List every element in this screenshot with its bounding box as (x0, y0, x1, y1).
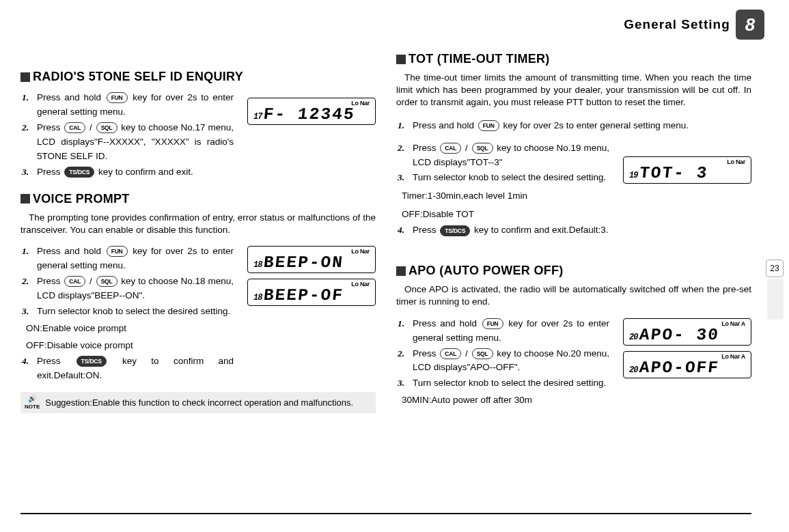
step-item: 3.Press TS/DCS key to confirm and exit. (37, 165, 234, 180)
step-item: 2.Press CAL / SQL key to choose No.18 me… (37, 275, 234, 303)
lcd-display: Lo Nar A 20APO- 30 (623, 318, 751, 346)
note-icon: 🔊NOTE (25, 395, 40, 410)
step-item: 2.Press CAL / SQL key to choose No.17 me… (37, 121, 234, 164)
fun-key-icon: FUN (478, 120, 499, 131)
fun-key-icon: FUN (107, 246, 128, 257)
page-number-side: 23 (766, 260, 784, 277)
right-column: TOT (TIME-OUT TIMER) The time-out timer … (396, 14, 751, 525)
square-bullet-icon (20, 72, 30, 82)
option-timer: Timer:1-30min,each level 1min (402, 191, 609, 201)
fun-key-icon: FUN (482, 318, 503, 329)
step-item: 3.Turn selector knob to select the desir… (413, 171, 609, 185)
intro-apo: Once APO is activated, the radio will be… (396, 283, 751, 308)
header: General Setting 8 (626, 10, 764, 40)
intro-voice: The prompting tone provides confirmation… (20, 212, 376, 236)
cal-key-icon: CAL (440, 143, 461, 154)
step-item: 3.Turn selector knob to select the desir… (37, 305, 234, 319)
lcd-display: Lo Nar 18BEEP-OF (247, 279, 376, 306)
square-bullet-icon (396, 55, 406, 64)
chapter-number: 8 (736, 10, 764, 40)
tsdcs-key-icon: TS/DCS (64, 167, 94, 178)
tsdcs-key-icon: TS/DCS (440, 225, 470, 236)
sql-key-icon: SQL (96, 276, 117, 287)
steps-tot-3: 4.Press TS/DCS key to confirm and exit.D… (413, 222, 751, 239)
step-item: 1.Press and hold FUN key for over 2s to … (37, 91, 234, 120)
intro-tot: The time-out timer limits the amount of … (396, 72, 751, 109)
steps-voice: 1.Press and hold FUN key for over 2s to … (37, 244, 234, 319)
cal-key-icon: CAL (64, 122, 85, 133)
lcd-display: Lo Nar A 20APO-OFF (623, 351, 751, 378)
steps-tot-2: 2.Press CAL / SQL key to choose No.19 me… (413, 141, 609, 186)
step-item: 4.Press TS/DCS key to confirm and exit.D… (37, 354, 234, 383)
steps-voice-2: 4.Press TS/DCS key to confirm and exit.D… (37, 354, 234, 383)
sql-key-icon: SQL (472, 143, 493, 154)
section-title-voice: VOICE PROMPT (20, 192, 376, 206)
sql-key-icon: SQL (96, 122, 117, 133)
square-bullet-icon (396, 266, 406, 276)
note-box: 🔊NOTE Suggestion:Enable this function to… (20, 392, 376, 413)
step-item: 2.Press CAL / SQL key to choose No.19 me… (413, 141, 609, 170)
fun-key-icon: FUN (107, 92, 128, 103)
sql-key-icon: SQL (472, 348, 493, 359)
steps-5tone: 1.Press and hold FUN key for over 2s to … (37, 91, 234, 180)
option-off: OFF:Disable voice prompt (26, 340, 234, 350)
cal-key-icon: CAL (64, 276, 85, 287)
option-on: ON:Enable voice prompt (26, 323, 234, 333)
section-title-tot: TOT (TIME-OUT TIMER) (396, 52, 751, 66)
left-column: RADIO'S 5TONE SELF ID ENQUIRY 1.Press an… (20, 14, 376, 525)
lcd-display: Lo Nar 18BEEP-ON (247, 246, 376, 273)
footer-rule (20, 513, 751, 514)
option-30min: 30MIN:Auto power off after 30m (402, 395, 609, 405)
note-text: Suggestion:Enable this function to check… (45, 397, 353, 408)
step-item: 1.Press and hold FUN key for over 2s to … (37, 244, 234, 273)
steps-apo: 1.Press and hold FUN key for over 2s to … (413, 317, 609, 391)
step-item: 1.Press and hold FUN key for over 2s to … (413, 317, 609, 346)
step-item: 3.Turn selector knob to select the desir… (413, 376, 609, 391)
tsdcs-key-icon: TS/DCS (77, 356, 107, 367)
steps-tot-1: 1.Press and hold FUN key for over 2s to … (413, 117, 751, 135)
lcd-display: Lo Nar 19TOT- 3 (623, 156, 751, 184)
cal-key-icon: CAL (440, 348, 461, 359)
step-item: 2.Press CAL / SQL key to choose No.20 me… (413, 347, 609, 376)
option-off: OFF:Disable TOT (402, 209, 609, 219)
step-item: 4.Press TS/DCS key to confirm and exit.D… (413, 223, 751, 238)
lcd-display: Lo Nar 17F- 12345 (247, 98, 376, 125)
square-bullet-icon (20, 194, 30, 204)
section-title-5tone: RADIO'S 5TONE SELF ID ENQUIRY (20, 70, 376, 84)
side-bar-decor (767, 279, 784, 320)
header-title: General Setting (624, 18, 730, 32)
step-item: 1.Press and hold FUN key for over 2s to … (413, 119, 751, 133)
section-title-apo: APO (AUTO POWER OFF) (396, 264, 751, 278)
